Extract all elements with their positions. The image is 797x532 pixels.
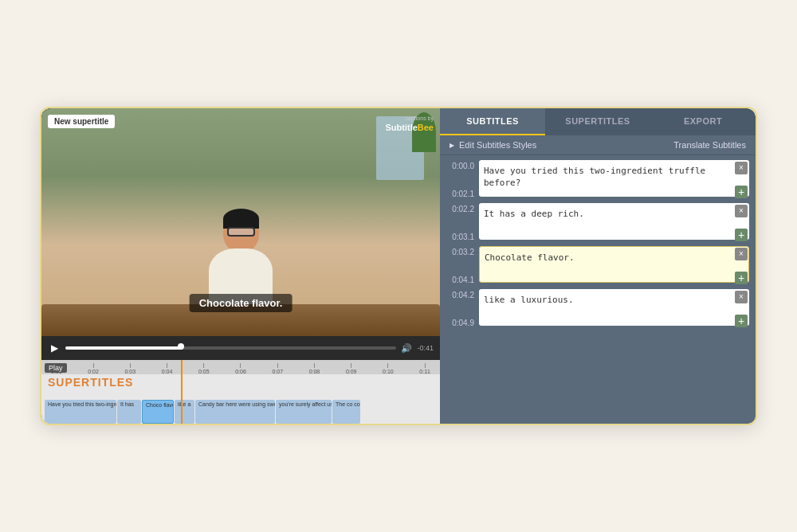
subtitle-entry: 0:02.2 0:03.1 × + bbox=[446, 203, 749, 243]
supertitles-label: SUPERTITLES bbox=[48, 376, 133, 389]
subtitle-times: 0:02.2 0:03.1 bbox=[446, 203, 474, 243]
subtitle-text-input[interactable] bbox=[479, 203, 749, 240]
main-container: New supertitle captions by SubtitleBee C… bbox=[40, 107, 757, 425]
timeline-segment[interactable]: It has bbox=[117, 400, 141, 424]
progress-bar[interactable] bbox=[65, 346, 396, 350]
brand-name-label: SubtitleBee bbox=[385, 122, 434, 133]
ruler-mark: 0:11 bbox=[419, 363, 430, 374]
translate-subtitles-link[interactable]: Translate Subtitles bbox=[673, 140, 746, 150]
subtitle-text-input[interactable] bbox=[479, 160, 749, 197]
video-controls: ▶ 🔊 -0:41 bbox=[41, 336, 440, 360]
timeline-segment-active[interactable]: Choco flavor. bbox=[142, 400, 174, 424]
subtitle-entry: 0:04.2 0:04.9 × + bbox=[446, 289, 749, 329]
subtitle-close-button[interactable]: × bbox=[735, 162, 748, 174]
subtitle-add-button[interactable]: + bbox=[735, 186, 748, 198]
subtitle-close-button[interactable]: × bbox=[735, 291, 748, 303]
person-glasses bbox=[227, 227, 255, 237]
ruler-mark: 0:07 bbox=[272, 363, 283, 374]
subtitle-entry: 0:00.0 0:02.1 × + bbox=[446, 160, 749, 200]
time-display: -0:41 bbox=[417, 344, 434, 352]
play-label-tag: Play bbox=[45, 363, 67, 373]
timeline-tracks: Have you tried this two-ingredient It ha… bbox=[41, 400, 440, 424]
ruler-mark: 0:02 bbox=[88, 363, 99, 374]
tab-supertitles[interactable]: SUPERTITLES bbox=[545, 108, 650, 135]
right-panel: SUBTITLES SUPERTITLES EXPORT ▶ Edit Subt… bbox=[440, 108, 756, 424]
subtitle-times: 0:00.0 0:02.1 bbox=[446, 160, 474, 200]
person-head bbox=[223, 213, 259, 252]
subtitle-add-button[interactable]: + bbox=[735, 229, 748, 241]
tabs-header: SUBTITLES SUPERTITLES EXPORT bbox=[440, 108, 756, 135]
left-panel: New supertitle captions by SubtitleBee C… bbox=[41, 108, 440, 424]
timeline-segment[interactable]: Candy bar here were using sweetened coco… bbox=[195, 400, 275, 424]
subtitlebee-logo: captions by SubtitleBee bbox=[385, 115, 434, 133]
subtitle-content: × + bbox=[479, 160, 749, 200]
edit-subtitles-link[interactable]: ▶ Edit Subtitles Styles bbox=[450, 140, 536, 150]
subtitle-times: 0:04.2 0:04.9 bbox=[446, 289, 474, 329]
video-caption-overlay: Chocolate flavor. bbox=[190, 294, 292, 312]
timeline-segment[interactable]: like a bbox=[175, 400, 194, 424]
subtitle-times: 0:03.2 0:04.1 bbox=[446, 246, 474, 286]
subtitles-toolbar: ▶ Edit Subtitles Styles Translate Subtit… bbox=[440, 135, 756, 155]
timeline-ruler: 0:01 0:02 0:03 0:04 0:05 0:06 0:07 0:08 … bbox=[41, 360, 440, 374]
person-hair bbox=[223, 209, 259, 229]
chevron-right-icon: ▶ bbox=[450, 142, 454, 149]
video-area: New supertitle captions by SubtitleBee C… bbox=[41, 108, 440, 336]
subtitle-close-button[interactable]: × bbox=[735, 248, 748, 260]
timeline-segment[interactable]: you're surely affect us. bbox=[276, 400, 332, 424]
timeline-area: Play 0:01 0:02 0:03 0:04 0:05 0:06 0:07 … bbox=[41, 360, 440, 424]
ruler-mark: 0:03 bbox=[124, 363, 135, 374]
new-supertitle-badge: New supertitle bbox=[48, 115, 115, 128]
progress-fill bbox=[65, 346, 181, 350]
ruler-mark: 0:04 bbox=[162, 363, 173, 374]
subtitle-text-input[interactable] bbox=[479, 246, 749, 283]
ruler-mark: 0:09 bbox=[346, 363, 357, 374]
subtitle-content: × + bbox=[479, 246, 749, 286]
video-scene: New supertitle captions by SubtitleBee C… bbox=[41, 108, 440, 336]
subtitle-close-button[interactable]: × bbox=[735, 205, 748, 217]
ruler-mark: 0:06 bbox=[235, 363, 246, 374]
tab-subtitles[interactable]: SUBTITLES bbox=[440, 108, 545, 135]
person bbox=[209, 213, 273, 304]
ruler-mark: 0:05 bbox=[198, 363, 210, 374]
captions-by-label: captions by bbox=[385, 115, 434, 122]
timeline-segment[interactable]: The co cond bbox=[332, 400, 360, 424]
subtitle-entry-active: 0:03.2 0:04.1 × + bbox=[446, 246, 749, 286]
ruler-marks: 0:01 0:02 0:03 0:04 0:05 0:06 0:07 0:08 … bbox=[48, 363, 434, 374]
subtitle-text-input[interactable] bbox=[479, 289, 749, 326]
subtitle-add-button[interactable]: + bbox=[735, 272, 748, 284]
subtitle-add-button[interactable]: + bbox=[735, 315, 748, 327]
volume-icon[interactable]: 🔊 bbox=[401, 343, 412, 354]
timeline-playhead bbox=[181, 360, 183, 424]
subtitle-content: × + bbox=[479, 289, 749, 329]
subtitles-list: 0:00.0 0:02.1 × + 0:02.2 0:03.1 × bbox=[440, 155, 756, 424]
subtitle-content: × + bbox=[479, 203, 749, 243]
progress-thumb bbox=[178, 343, 184, 350]
ruler-mark: 0:08 bbox=[309, 363, 320, 374]
play-button[interactable]: ▶ bbox=[48, 342, 61, 354]
tab-export[interactable]: EXPORT bbox=[650, 108, 756, 135]
timeline-segment[interactable]: Have you tried this two-ingredient bbox=[45, 400, 116, 424]
ruler-mark: 0:10 bbox=[383, 363, 394, 374]
